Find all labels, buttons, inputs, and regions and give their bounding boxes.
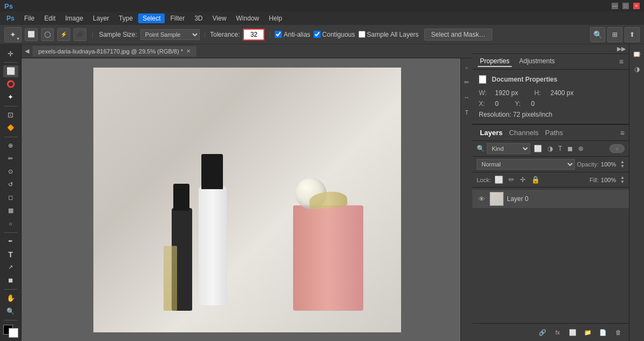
lock-artboard-btn[interactable]: 🔒 xyxy=(530,175,541,185)
circle-select-btn[interactable]: ◯ xyxy=(41,28,54,41)
rect-marquee-btn[interactable]: ⬜ xyxy=(3,65,18,77)
smart-filter-btn[interactable]: ⊕ xyxy=(577,144,585,153)
kind-filter-select[interactable]: Kind xyxy=(487,143,530,154)
layer-row[interactable]: 👁 Layer 0 xyxy=(472,190,629,208)
menu-select[interactable]: Select xyxy=(138,14,165,23)
close-button[interactable]: ✕ xyxy=(633,3,640,9)
canvas[interactable]: ⬦ ✏ ↔ T xyxy=(22,58,472,341)
menu-ps[interactable]: Ps xyxy=(2,14,19,23)
shape-btn[interactable]: ◼ xyxy=(3,275,18,286)
document-tab[interactable]: pexels-daria-liudnaya-8167170.jpg @ 29.5… xyxy=(32,46,196,57)
panel-view-button[interactable]: ⊞ xyxy=(607,27,622,42)
layers-panel: Layers Channels Paths ≡ 🔍 Kind ⬜ ◑ T ◼ ⊕… xyxy=(472,124,629,323)
filter-toggle-btn[interactable]: ○ xyxy=(609,144,625,153)
layer-mask-btn[interactable]: ⬜ xyxy=(566,326,579,339)
layer-visibility-btn[interactable]: 👁 xyxy=(477,195,486,203)
sample-size-select[interactable]: Point Sample xyxy=(140,29,200,40)
anti-alias-checkbox[interactable]: Anti-alias xyxy=(275,31,310,38)
search-button[interactable]: 🔍 xyxy=(590,27,605,42)
tab-title: pexels-daria-liudnaya-8167170.jpg @ 29.5… xyxy=(38,48,183,55)
title-bar: Ps — □ ✕ xyxy=(0,0,644,12)
heal-btn[interactable]: ⊕ xyxy=(3,140,18,152)
pen-btn[interactable]: ✒ xyxy=(3,236,18,248)
crop-btn[interactable]: ⊡ xyxy=(3,109,18,121)
shape-filter-btn[interactable]: ◼ xyxy=(566,144,574,153)
move-tool-btn[interactable]: ✛ xyxy=(3,48,18,59)
share-button[interactable]: ⬆ xyxy=(625,27,640,42)
lock-position-btn[interactable]: ✛ xyxy=(518,175,527,185)
tab-layers[interactable]: Layers xyxy=(477,127,506,138)
menu-type[interactable]: Type xyxy=(114,14,137,23)
type-filter-btn[interactable]: T xyxy=(557,144,564,153)
hand-btn[interactable]: ✋ xyxy=(3,292,18,304)
properties-menu-btn[interactable]: ≡ xyxy=(619,57,623,66)
gradient-btn[interactable]: ▦ xyxy=(3,205,18,217)
tab-channels[interactable]: Channels xyxy=(506,127,542,138)
fill-value: 100% xyxy=(601,177,618,183)
canvas-side-btn2[interactable]: ✏ xyxy=(460,76,473,89)
dodge-btn[interactable]: ○ xyxy=(3,218,18,230)
properties-panel: Properties Adjustments ≡ Document Proper… xyxy=(472,54,629,124)
opacity-stepper[interactable]: ▲ ▼ xyxy=(620,160,625,169)
menu-image[interactable]: Image xyxy=(61,14,87,23)
subject-select-btn[interactable]: ⚡ xyxy=(57,28,70,41)
eyedropper-btn[interactable]: 🔶 xyxy=(3,122,18,134)
lasso-btn[interactable]: ⭕ xyxy=(3,78,18,90)
lock-paint-btn[interactable]: ✏ xyxy=(507,175,516,185)
menu-view[interactable]: View xyxy=(208,14,231,23)
type-btn[interactable]: T xyxy=(3,249,18,260)
menu-filter[interactable]: Filter xyxy=(166,14,189,23)
tab-close-btn[interactable]: ✕ xyxy=(186,48,191,54)
layers-filter-toolbar: 🔍 Kind ⬜ ◑ T ◼ ⊕ ○ xyxy=(472,141,629,157)
color-swatches[interactable] xyxy=(3,325,18,338)
contiguous-checkbox[interactable]: Contiguous xyxy=(314,31,355,38)
maximize-button[interactable]: □ xyxy=(622,3,629,9)
tab-properties[interactable]: Properties xyxy=(478,56,512,67)
menu-3d[interactable]: 3D xyxy=(190,14,207,23)
pixel-filter-btn[interactable]: ⬜ xyxy=(532,144,544,153)
adjustment-panel-btn[interactable]: ◑ xyxy=(631,63,643,76)
minimize-button[interactable]: — xyxy=(612,3,618,9)
wand-btn[interactable]: ✦ xyxy=(3,91,18,103)
fill-down-btn[interactable]: ▼ xyxy=(620,180,625,184)
canvas-side-btn4[interactable]: T xyxy=(460,106,473,119)
layers-menu-btn[interactable]: ≡ xyxy=(620,129,625,137)
delete-layer-btn[interactable]: 🗑 xyxy=(612,326,625,339)
eraser-btn[interactable]: ◻ xyxy=(3,192,18,204)
sample-all-layers-checkbox[interactable]: Sample All Layers xyxy=(358,31,419,38)
menu-help[interactable]: Help xyxy=(265,14,287,23)
canvas-side-btn1[interactable]: ⬦ xyxy=(460,61,473,73)
new-layer-btn[interactable]: 📄 xyxy=(596,326,609,339)
menu-edit[interactable]: Edit xyxy=(40,14,60,23)
select-and-mask-button[interactable]: Select and Mask… xyxy=(424,29,493,41)
tolerance-label: Tolerance: xyxy=(210,31,240,38)
blend-mode-select[interactable]: Normal xyxy=(477,159,575,170)
canvas-side-btn3[interactable]: ↔ xyxy=(460,91,473,104)
toggle-btn[interactable]: ⬛ xyxy=(73,28,86,41)
panel-collapse-left[interactable]: ◀ xyxy=(25,48,29,55)
opacity-down-btn[interactable]: ▼ xyxy=(620,164,625,169)
layer-style-btn[interactable]: fx xyxy=(551,326,564,339)
tolerance-input[interactable]: 32 xyxy=(243,29,265,41)
stamp-btn[interactable]: ⊙ xyxy=(3,166,18,178)
panel-expand-btn[interactable]: ▶▶ xyxy=(617,45,626,52)
fill-stepper[interactable]: ▲ ▼ xyxy=(620,176,625,184)
menu-window[interactable]: Window xyxy=(232,14,263,23)
props-wh-row: W: 1920 px H: 2400 px xyxy=(479,89,622,97)
tab-paths[interactable]: Paths xyxy=(542,127,566,138)
path-select-btn[interactable]: ↗ xyxy=(3,262,18,273)
lock-pixel-btn[interactable]: ⬜ xyxy=(493,175,505,185)
new-group-btn[interactable]: 📁 xyxy=(581,326,594,339)
menu-file[interactable]: File xyxy=(20,14,39,23)
tab-adjustments[interactable]: Adjustments xyxy=(517,56,557,67)
adjust-filter-btn[interactable]: ◑ xyxy=(546,144,554,153)
rect-select-btn[interactable]: ⬜ xyxy=(25,28,38,41)
properties-panel-btn[interactable]: 📋 xyxy=(631,48,643,61)
brush-btn[interactable]: ✏ xyxy=(3,153,18,165)
menu-layer[interactable]: Layer xyxy=(89,14,113,23)
magic-wand-tool-btn[interactable]: ✦ ▼ xyxy=(4,27,22,42)
link-layers-btn[interactable]: 🔗 xyxy=(536,326,549,339)
layers-header: Layers Channels Paths ≡ xyxy=(472,125,629,141)
zoom-tool-btn[interactable]: 🔍 xyxy=(3,305,18,317)
history-brush-btn[interactable]: ↺ xyxy=(3,179,18,191)
